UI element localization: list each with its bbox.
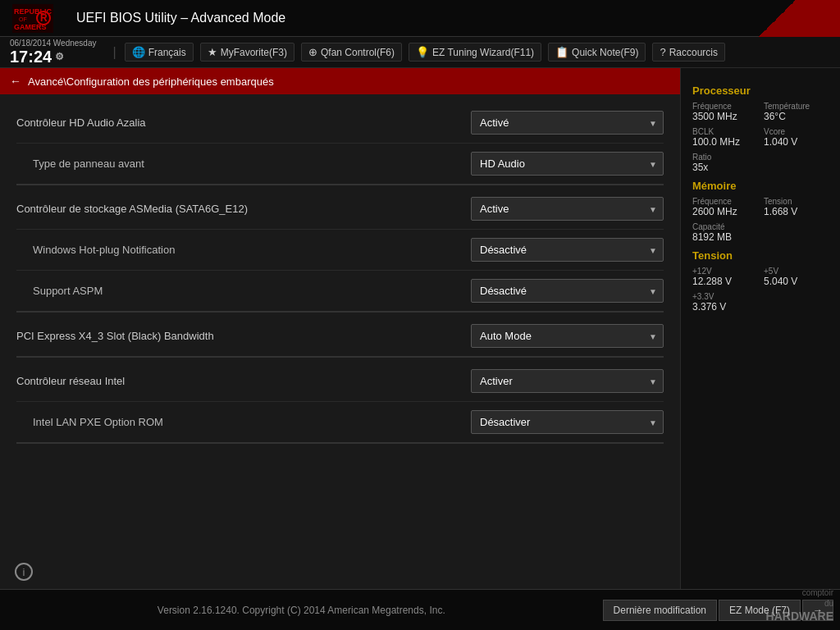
language-icon: 🌐 [132,46,145,58]
settings-icon[interactable]: ⚙ [55,51,64,62]
time-display: 17:24 ⚙ [10,48,96,66]
info-icon[interactable]: i [15,563,33,581]
setting-hd-audio: Contrôleur HD Audio Azalia Activé Désact… [16,103,664,144]
processeur-stats: Fréquence 3500 MHz Température 36°C BCLK… [692,102,829,173]
help-icon: ? [660,46,665,58]
ratio: Ratio 35x [692,153,757,173]
svg-text:R: R [40,12,48,24]
pci-bandwidth-label: PCI Express X4_3 Slot (Black) Bandwidth [16,330,471,342]
note-icon: 📋 [555,46,568,58]
intel-network-dropdown[interactable]: Activer Désactiver [471,369,664,393]
hotplug-dropdown[interactable]: Activé Désactivé [471,238,664,262]
hardware-monitor-sidebar: Processeur Fréquence 3500 MHz Températur… [680,68,840,589]
frequence-mem: Fréquence 2600 MHz [692,197,757,217]
panel-type-dropdown[interactable]: HD Audio AC97 [471,152,664,176]
main-content: ← Avancé\Configuration des périphériques… [0,68,680,589]
watermark: comptoirduHARDWARE [766,587,833,623]
hd-audio-label: Contrôleur HD Audio Azalia [16,116,471,129]
bclk: BCLK 100.0 MHz [692,127,757,148]
header-title: UEFI BIOS Utility – Advanced Mode [76,11,285,25]
panel-type-dropdown-wrapper: HD Audio AC97 ▼ [471,152,664,176]
v12: +12V 12.288 V [692,267,757,287]
bottom-bar: Version 2.16.1240. Copyright (C) 2014 Am… [0,589,840,630]
setting-asmedia: Contrôleur de stockage ASMedia (SATA6G_E… [16,189,664,230]
aspm-dropdown[interactable]: Activé Désactivé [471,279,664,303]
settings-area: Contrôleur HD Audio Azalia Activé Désact… [0,94,680,455]
date-display: 06/18/2014 Wednesday [10,39,96,48]
tension-label: Tension [692,249,829,262]
capacite: Capacité 8192 MB [692,222,757,243]
asmedia-label: Contrôleur de stockage ASMedia (SATA6G_E… [16,203,471,215]
setting-panel-type: Type de panneau avant HD Audio AC97 ▼ [16,144,664,185]
tension-stats: +12V 12.288 V +5V 5.040 V +3.3V 3.376 V [692,267,829,313]
myfavorite-btn[interactable]: ★ MyFavorite(F3) [200,43,294,62]
v33: +3.3V 3.376 V [692,292,757,313]
bulb-icon: 💡 [416,46,429,58]
intel-network-label: Contrôleur réseau Intel [16,375,471,387]
temperature-proc: Température 36°C [764,102,829,122]
red-accent [742,0,840,37]
pxe-rom-dropdown[interactable]: Activer Désactiver [471,410,664,434]
setting-hotplug: Windows Hot-plug Notification Activé Dés… [16,230,664,271]
hotplug-label: Windows Hot-plug Notification [33,244,471,256]
memoire-stats: Fréquence 2600 MHz Tension 1.668 V Capac… [692,197,829,243]
panel-type-label: Type de panneau avant [33,158,471,170]
memoire-label: Mémoire [692,180,829,192]
breadcrumb-text: Avancé\Configuration des périphériques e… [28,75,274,88]
pxe-rom-label: Intel LAN PXE Option ROM [33,416,471,428]
frequence-proc: Fréquence 3500 MHz [692,102,757,122]
aspm-dropdown-wrapper: Activé Désactivé ▼ [471,279,664,303]
pxe-rom-dropdown-wrapper: Activer Désactiver ▼ [471,410,664,434]
pci-bandwidth-dropdown-wrapper: Auto Mode X4 Mode X2 Mode ▼ [471,324,664,348]
datetime: 06/18/2014 Wednesday 17:24 ⚙ [10,39,96,66]
hotplug-dropdown-wrapper: Activé Désactivé ▼ [471,238,664,262]
setting-aspm: Support ASPM Activé Désactivé ▼ [16,271,664,313]
rog-logo: REPUBLIC OF GAMERS R [12,4,53,33]
vcore: Vcore 1.040 V [764,127,829,148]
logo-area: REPUBLIC OF GAMERS R [12,4,60,33]
quick-note-btn[interactable]: 📋 Quick Note(F9) [548,43,646,62]
qfan-btn[interactable]: ⊕ Qfan Control(F6) [301,43,402,62]
setting-intel-network: Contrôleur réseau Intel Activer Désactiv… [16,361,664,402]
language-btn[interactable]: 🌐 Français [125,43,194,62]
svg-text:OF: OF [19,16,27,22]
processeur-label: Processeur [692,84,829,97]
pci-bandwidth-dropdown[interactable]: Auto Mode X4 Mode X2 Mode [471,324,664,348]
toolbar: 06/18/2014 Wednesday 17:24 ⚙ | 🌐 Françai… [0,37,840,68]
tension-mem: Tension 1.668 V [764,197,829,217]
setting-pxe-rom: Intel LAN PXE Option ROM Activer Désacti… [16,402,664,444]
back-arrow-icon[interactable]: ← [10,75,21,88]
hd-audio-dropdown-wrapper: Activé Désactivé ▼ [471,111,664,135]
top-header: REPUBLIC OF GAMERS R UEFI BIOS Utility –… [0,0,840,37]
version-text: Version 2.16.1240. Copyright (C) 2014 Am… [0,605,603,616]
setting-pci-bandwidth: PCI Express X4_3 Slot (Black) Bandwidth … [16,316,664,358]
ez-tuning-btn[interactable]: 💡 EZ Tuning Wizard(F11) [409,43,541,62]
asmedia-dropdown[interactable]: Active Désactivé [471,197,664,221]
shortcuts-btn[interactable]: ? Raccourcis [652,43,725,62]
v5: +5V 5.040 V [764,267,829,287]
star-icon: ★ [208,46,217,58]
fan-icon: ⊕ [308,46,317,58]
breadcrumb: ← Avancé\Configuration des périphériques… [0,68,680,94]
intel-network-dropdown-wrapper: Activer Désactiver ▼ [471,369,664,393]
aspm-label: Support ASPM [33,285,471,297]
asmedia-dropdown-wrapper: Active Désactivé ▼ [471,197,664,221]
last-modified-btn[interactable]: Dernière modification [603,600,717,621]
hd-audio-dropdown[interactable]: Activé Désactivé [471,111,664,135]
